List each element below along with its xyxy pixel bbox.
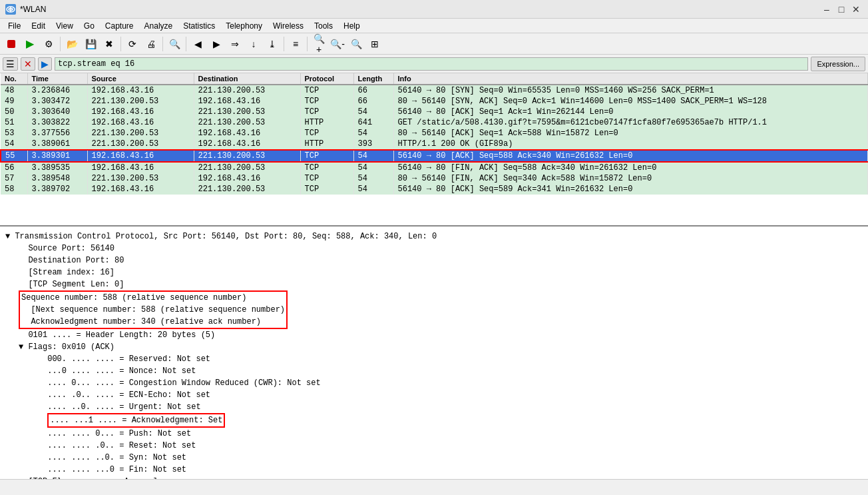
- print-button[interactable]: 🖨: [142, 35, 160, 53]
- menu-item-capture[interactable]: Capture: [100, 20, 139, 32]
- toolbar-sep-1: [60, 37, 61, 51]
- toolbar-sep-4: [186, 37, 186, 51]
- col-source: Source: [87, 73, 194, 85]
- menu-item-edit[interactable]: Edit: [26, 20, 51, 32]
- seq-highlighted: Sequence number: 588 (relative sequence …: [19, 290, 288, 329]
- filter-bookmark-button[interactable]: ☰: [3, 57, 18, 71]
- toolbar-sep-6: [307, 37, 308, 51]
- find-button[interactable]: 🔍: [166, 35, 183, 53]
- filter-input[interactable]: tcp.stream eq 16: [55, 57, 808, 71]
- col-protocol: Protocol: [300, 73, 353, 85]
- toolbar: ▶ ⚙ 📂 💾 ✖ ⟳ 🖨 🔍 ◀ ▶ ⇒ ↓ ⤓ ≡ 🔍+ 🔍- 🔍 ⊞: [0, 33, 868, 55]
- packet-list[interactable]: No. Time Source Destination Protocol Len…: [0, 73, 868, 227]
- packet-tbody: 483.236846192.168.43.16221.130.200.53TCP…: [1, 85, 868, 195]
- flag-push: .... .... 0... = Push: Not set: [5, 428, 863, 440]
- flag-urgent: .... ..0. .... = Urgent: Not set: [5, 401, 863, 413]
- table-row[interactable]: 583.389702192.168.43.16221.130.200.53TCP…: [1, 184, 868, 195]
- menu-item-telephony[interactable]: Telephony: [220, 20, 268, 32]
- titlebar-left: *WLAN: [5, 4, 46, 15]
- maximize-button[interactable]: □: [835, 3, 848, 16]
- col-no: No.: [1, 73, 27, 85]
- colorize-button[interactable]: ≡: [287, 35, 304, 53]
- packet-table: No. Time Source Destination Protocol Len…: [0, 73, 868, 195]
- close-capture-button[interactable]: ✖: [101, 35, 118, 53]
- forward-button[interactable]: ▶: [208, 35, 225, 53]
- menu-item-help[interactable]: Help: [338, 20, 365, 32]
- flags-header[interactable]: ▼ Flags: 0x010 (ACK): [5, 341, 863, 353]
- tcp-flags-summary: [TCP Flags: ........A.....]: [5, 476, 863, 480]
- app-icon: [5, 4, 16, 15]
- window-title: *WLAN: [20, 5, 46, 14]
- expression-button[interactable]: Expression...: [811, 57, 865, 71]
- flag-ecn: .... .0.. .... = ECN-Echo: Not set: [5, 389, 863, 401]
- tcp-header[interactable]: ▼ Transmission Control Protocol, Src Por…: [5, 231, 863, 243]
- zoom-reset-button[interactable]: 🔍: [347, 35, 365, 53]
- menu-item-wireless[interactable]: Wireless: [268, 20, 309, 32]
- menu-item-tools[interactable]: Tools: [309, 20, 338, 32]
- close-button[interactable]: ✕: [849, 3, 863, 16]
- table-row[interactable]: 553.389301192.168.43.16221.130.200.53TCP…: [1, 150, 868, 162]
- flag-fin: .... .... ...0 = Fin: Not set: [5, 464, 863, 476]
- flag-reset: .... .... .0.. = Reset: Not set: [5, 440, 863, 452]
- detail-panel[interactable]: ▼ Transmission Control Protocol, Src Por…: [0, 227, 868, 480]
- table-row[interactable]: 483.236846192.168.43.16221.130.200.53TCP…: [1, 85, 868, 96]
- bottom-button[interactable]: ⤓: [264, 35, 281, 53]
- flag-syn: .... .... ..0. = Syn: Not set: [5, 452, 863, 464]
- flag-nonce: ...0 .... .... = Nonce: Not set: [5, 365, 863, 377]
- column-headers: No. Time Source Destination Protocol Len…: [1, 73, 868, 85]
- toolbar-sep-3: [162, 37, 163, 51]
- menu-item-file[interactable]: File: [3, 20, 26, 32]
- goto-button[interactable]: ↓: [245, 35, 262, 53]
- source-port: Source Port: 56140: [5, 243, 863, 254]
- filterbar: ☰ ✕ ▶ tcp.stream eq 16 Expression...: [0, 55, 868, 73]
- menu-item-statistics[interactable]: Statistics: [178, 20, 220, 32]
- seq-box: Sequence number: 588 (relative sequence …: [5, 290, 288, 329]
- menubar: FileEditViewGoCaptureAnalyzeStatisticsTe…: [0, 19, 868, 33]
- table-row[interactable]: 543.389061221.130.200.53192.168.43.16HTT…: [1, 139, 868, 150]
- flag-cwr: .... 0... .... = Congestion Window Reduc…: [5, 377, 863, 389]
- options-button[interactable]: ⚙: [40, 35, 57, 53]
- tcp-label: Transmission Control Protocol, Src Port:…: [15, 232, 437, 241]
- zoom-out-button[interactable]: 🔍-: [329, 35, 346, 53]
- back-button[interactable]: ◀: [189, 35, 206, 53]
- tcp-section: ▼ Transmission Control Protocol, Src Por…: [5, 231, 863, 480]
- zoom-in-button[interactable]: 🔍+: [310, 35, 327, 53]
- restart-button[interactable]: ▶: [21, 35, 39, 53]
- table-row[interactable]: 573.389548221.130.200.53192.168.43.16TCP…: [1, 173, 868, 184]
- header-length: 0101 .... = Header Length: 20 bytes (5): [5, 329, 863, 341]
- menu-item-analyze[interactable]: Analyze: [139, 20, 178, 32]
- table-row[interactable]: 493.303472221.130.200.53192.168.43.16TCP…: [1, 96, 868, 107]
- open-button[interactable]: 📂: [63, 35, 81, 53]
- stream-index: [Stream index: 16]: [5, 266, 863, 278]
- tcp-seg-len: [TCP Segment Len: 0]: [5, 278, 863, 290]
- dest-port: Destination Port: 80: [5, 254, 863, 266]
- col-destination: Destination: [194, 73, 300, 85]
- save-button[interactable]: 💾: [82, 35, 99, 53]
- table-row[interactable]: 503.303640192.168.43.16221.130.200.53TCP…: [1, 107, 868, 117]
- titlebar: *WLAN – □ ✕: [0, 0, 868, 19]
- filter-apply-button[interactable]: ▶: [38, 57, 52, 71]
- flag-reserved: 000. .... .... = Reserved: Not set: [5, 353, 863, 365]
- toolbar-sep-2: [120, 37, 121, 51]
- ack-flag-highlighted: .... ...1 .... = Acknowledgment: Set: [47, 413, 225, 428]
- col-time: Time: [27, 73, 87, 85]
- reload-button[interactable]: ⟳: [124, 35, 141, 53]
- titlebar-controls: – □ ✕: [820, 3, 863, 16]
- col-length: Length: [353, 73, 393, 85]
- table-row[interactable]: 513.303822192.168.43.16221.130.200.53HTT…: [1, 117, 868, 128]
- flag-ack-line: .... ...1 .... = Acknowledgment: Set: [5, 413, 863, 428]
- toolbar-sep-5: [284, 37, 284, 51]
- menu-item-view[interactable]: View: [51, 20, 79, 32]
- table-row[interactable]: 563.389535192.168.43.16221.130.200.53TCP…: [1, 162, 868, 173]
- go-button[interactable]: ⇒: [226, 35, 244, 53]
- minimize-button[interactable]: –: [820, 3, 833, 16]
- stop-button[interactable]: [3, 35, 20, 53]
- table-row[interactable]: 533.377556221.130.200.53192.168.43.16TCP…: [1, 128, 868, 139]
- filter-clear-button[interactable]: ✕: [21, 57, 35, 71]
- resize-columns-button[interactable]: ⊞: [366, 35, 383, 53]
- col-info: Info: [393, 73, 868, 85]
- menu-item-go[interactable]: Go: [79, 20, 100, 32]
- expand-icon: ▼: [5, 232, 10, 241]
